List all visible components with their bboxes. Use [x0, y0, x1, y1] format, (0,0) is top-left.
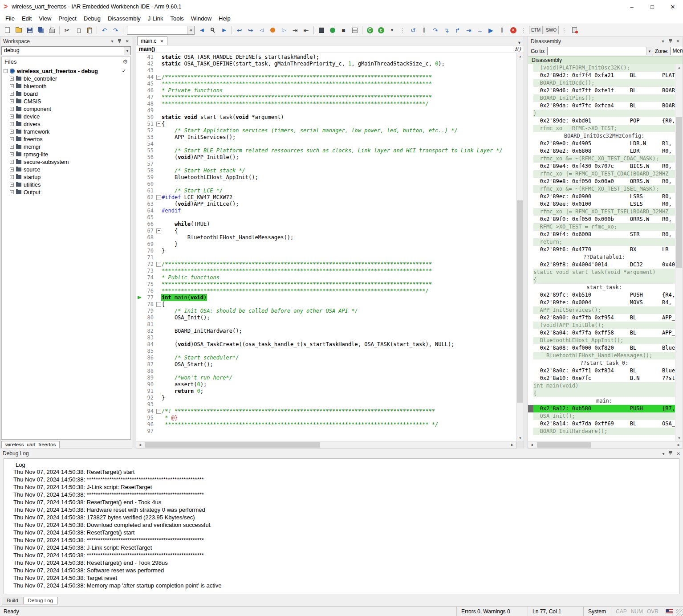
code-text[interactable]: ****************************************… [162, 81, 432, 87]
disassembly-vertical-scrollbar[interactable]: ▲ ▼ [675, 64, 683, 441]
tab-main-c[interactable]: main.c ✕ [137, 37, 167, 45]
debug-macros-button[interactable] [569, 25, 580, 35]
cstat-options-button[interactable]: ▾ [387, 25, 397, 35]
configuration-combo[interactable]: debug ▾ [1, 46, 131, 55]
scroll-up-icon[interactable]: ▲ [516, 53, 524, 60]
tab-list-dropdown-icon[interactable]: ▼ [517, 41, 521, 45]
undo-button[interactable]: ↶ [99, 25, 110, 35]
next-bookmark-button[interactable]: ▷ [279, 25, 289, 35]
navigate-backward-button[interactable]: ↩ [234, 25, 244, 35]
code-text[interactable]: * @} [162, 415, 178, 421]
next-statement-button[interactable]: ⇥ [463, 25, 474, 35]
code-text[interactable]: assert(0); [162, 381, 207, 388]
function-list-button[interactable]: f() [515, 46, 521, 52]
expand-icon[interactable]: + [10, 160, 14, 164]
keyboard-layout-flag-icon[interactable] [666, 609, 673, 614]
code-text[interactable]: /*! ************************************… [162, 408, 435, 415]
tree-item-board[interactable]: +board [4, 90, 130, 98]
panel-menu-icon[interactable]: ▾ [111, 39, 114, 44]
expand-icon[interactable]: + [10, 130, 14, 134]
tree-item-secure-subsystem[interactable]: +secure-subsystem [4, 158, 130, 166]
maximize-button[interactable]: □ [642, 0, 663, 13]
menu-item-disassembly[interactable]: Disassembly [104, 14, 144, 23]
previous-bookmark-button[interactable]: ◁ [256, 25, 267, 35]
stop-debugger-button[interactable]: ✕ [508, 25, 518, 35]
save-button[interactable] [24, 25, 35, 35]
expand-icon[interactable]: + [10, 114, 14, 118]
compile-button[interactable] [327, 25, 337, 35]
collapse-icon[interactable]: − [4, 69, 8, 73]
code-text[interactable]: } [162, 248, 165, 254]
expand-icon[interactable]: + [10, 107, 14, 111]
code-text[interactable]: ****************************************… [162, 94, 432, 101]
edit-build-actions-button[interactable] [350, 25, 360, 35]
code-text[interactable]: (void)OSA_TaskCreate((osa_task_handle_t)… [162, 341, 454, 348]
code-text[interactable]: static OSA_TASK_DEFINE(start_task, gMain… [162, 61, 445, 67]
scroll-left-icon[interactable]: ◀ [136, 442, 144, 449]
menu-item-window[interactable]: Window [187, 14, 215, 23]
code-text[interactable]: /*won't run here*/ [162, 375, 232, 381]
code-text[interactable]: (void)APP_InitLce(); [162, 201, 239, 208]
toolbar-search-combo[interactable]: ▾ [127, 26, 195, 35]
code-text[interactable]: OSA_Init(); [162, 314, 210, 321]
menu-item-edit[interactable]: Edit [18, 14, 35, 23]
fold-collapse-icon[interactable] [156, 74, 162, 81]
scroll-right-icon[interactable]: ▶ [508, 442, 516, 449]
close-panel-icon[interactable]: ✕ [677, 451, 680, 456]
expand-icon[interactable]: + [10, 183, 14, 187]
find-previous-button[interactable]: ◀ [197, 25, 207, 35]
code-text[interactable]: int main(void) [162, 294, 207, 301]
code-text[interactable]: ****************************************… [162, 268, 432, 274]
step-over-button[interactable]: ↷ [430, 25, 440, 35]
tree-item-source[interactable]: +source [4, 166, 130, 173]
menu-item-file[interactable]: File [2, 14, 18, 23]
menu-item-help[interactable]: Help [215, 14, 234, 23]
close-tab-icon[interactable]: ✕ [160, 39, 163, 44]
disassembly-horizontal-scrollbar[interactable]: ◀ ▶ [528, 441, 683, 448]
break-button[interactable]: ‖ [419, 25, 429, 35]
toggle-breakpoint-button[interactable] [268, 25, 278, 35]
menu-item-debug[interactable]: Debug [80, 14, 104, 23]
tree-item-ble-controller[interactable]: +ble_controller [4, 75, 130, 82]
pin-icon[interactable] [118, 39, 122, 44]
code-text[interactable]: OSA_Start(); [162, 361, 213, 368]
editor-horizontal-scrollbar[interactable]: ◀ ▶ [136, 441, 524, 448]
find-next-button[interactable]: ▶ [219, 25, 229, 35]
step-out-button[interactable]: ↱ [452, 25, 463, 35]
scrollbar-thumb[interactable] [676, 117, 682, 268]
toolbar-search-input[interactable] [127, 26, 187, 34]
menu-item-tools[interactable]: Tools [167, 14, 187, 23]
tree-root[interactable]: −wireless_uart_freertos - debug✓ [4, 67, 130, 75]
go-to-definition-button[interactable]: ⇥ [290, 25, 300, 35]
cut-button[interactable]: ✂ [62, 25, 72, 35]
fold-collapse-icon[interactable] [156, 194, 162, 201]
tree-item-framework[interactable]: +framework [4, 128, 130, 135]
etm-trace-button[interactable]: ETM [529, 26, 543, 34]
dropdown-arrow-icon[interactable]: ▾ [187, 26, 194, 34]
tree-item-mcmgr[interactable]: +mcmgr [4, 143, 130, 151]
gear-icon[interactable]: ⚙ [122, 58, 128, 65]
new-document-button[interactable] [2, 25, 12, 35]
tree-item-startup[interactable]: +startup [4, 173, 130, 181]
goto-address-combo[interactable]: ▾ [547, 47, 653, 55]
fold-collapse-icon[interactable] [156, 121, 162, 127]
code-text[interactable]: /* Start Application services (timers, s… [162, 127, 458, 134]
tab-debug-log[interactable]: Debug Log [23, 597, 58, 604]
scroll-down-icon[interactable]: ▼ [516, 435, 524, 441]
expand-icon[interactable]: + [10, 122, 14, 126]
menu-item-j-link[interactable]: J-Link [144, 14, 167, 23]
tree-item-component[interactable]: +component [4, 105, 130, 113]
menu-item-view[interactable]: View [35, 14, 55, 23]
tree-item-rpmsg-lite[interactable]: +rpmsg-lite [4, 151, 130, 158]
code-text[interactable]: /* Start Host stack */ [162, 167, 245, 174]
code-text[interactable]: #endif [162, 208, 181, 214]
code-text[interactable]: BluetoothLEHost_HandleMessages(); [162, 234, 293, 241]
panel-menu-icon[interactable]: ▾ [663, 451, 665, 456]
cstat-analyze-button[interactable]: C [365, 25, 375, 35]
run-to-cursor-button[interactable]: → [475, 25, 485, 35]
go-button[interactable]: ▶ [486, 25, 496, 35]
tab-build[interactable]: Build [2, 597, 23, 604]
errors-warnings-status[interactable]: Errors 0, Warnings 0 [456, 607, 528, 616]
code-text[interactable]: /* Start BLE Platform related ressources… [162, 147, 503, 154]
copy-button[interactable] [73, 25, 83, 35]
